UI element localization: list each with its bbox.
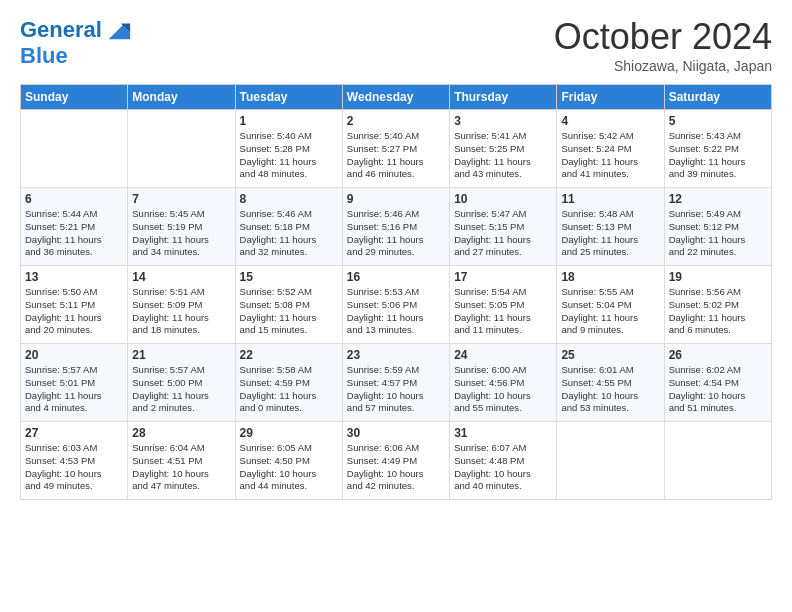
calendar-cell <box>21 110 128 188</box>
day-number: 20 <box>25 348 123 362</box>
calendar-cell: 4Sunrise: 5:42 AM Sunset: 5:24 PM Daylig… <box>557 110 664 188</box>
calendar-table: Sunday Monday Tuesday Wednesday Thursday… <box>20 84 772 500</box>
day-number: 11 <box>561 192 659 206</box>
calendar-cell: 21Sunrise: 5:57 AM Sunset: 5:00 PM Dayli… <box>128 344 235 422</box>
calendar-cell: 2Sunrise: 5:40 AM Sunset: 5:27 PM Daylig… <box>342 110 449 188</box>
calendar-cell <box>128 110 235 188</box>
calendar-cell: 6Sunrise: 5:44 AM Sunset: 5:21 PM Daylig… <box>21 188 128 266</box>
day-number: 8 <box>240 192 338 206</box>
day-info: Sunrise: 5:51 AM Sunset: 5:09 PM Dayligh… <box>132 286 230 337</box>
calendar-cell: 1Sunrise: 5:40 AM Sunset: 5:28 PM Daylig… <box>235 110 342 188</box>
calendar-cell: 11Sunrise: 5:48 AM Sunset: 5:13 PM Dayli… <box>557 188 664 266</box>
day-number: 4 <box>561 114 659 128</box>
day-info: Sunrise: 5:40 AM Sunset: 5:27 PM Dayligh… <box>347 130 445 181</box>
day-info: Sunrise: 5:40 AM Sunset: 5:28 PM Dayligh… <box>240 130 338 181</box>
day-info: Sunrise: 5:54 AM Sunset: 5:05 PM Dayligh… <box>454 286 552 337</box>
day-info: Sunrise: 6:05 AM Sunset: 4:50 PM Dayligh… <box>240 442 338 493</box>
header-row: Sunday Monday Tuesday Wednesday Thursday… <box>21 85 772 110</box>
day-info: Sunrise: 5:53 AM Sunset: 5:06 PM Dayligh… <box>347 286 445 337</box>
col-wednesday: Wednesday <box>342 85 449 110</box>
day-info: Sunrise: 6:00 AM Sunset: 4:56 PM Dayligh… <box>454 364 552 415</box>
calendar-cell: 25Sunrise: 6:01 AM Sunset: 4:55 PM Dayli… <box>557 344 664 422</box>
calendar-week-3: 13Sunrise: 5:50 AM Sunset: 5:11 PM Dayli… <box>21 266 772 344</box>
day-number: 9 <box>347 192 445 206</box>
col-thursday: Thursday <box>450 85 557 110</box>
day-number: 23 <box>347 348 445 362</box>
day-info: Sunrise: 5:56 AM Sunset: 5:02 PM Dayligh… <box>669 286 767 337</box>
logo-blue: Blue <box>20 44 132 68</box>
day-info: Sunrise: 5:48 AM Sunset: 5:13 PM Dayligh… <box>561 208 659 259</box>
day-info: Sunrise: 6:03 AM Sunset: 4:53 PM Dayligh… <box>25 442 123 493</box>
day-number: 21 <box>132 348 230 362</box>
day-number: 25 <box>561 348 659 362</box>
title-area: October 2024 Shiozawa, Niigata, Japan <box>554 16 772 74</box>
day-info: Sunrise: 5:52 AM Sunset: 5:08 PM Dayligh… <box>240 286 338 337</box>
calendar-cell: 30Sunrise: 6:06 AM Sunset: 4:49 PM Dayli… <box>342 422 449 500</box>
day-info: Sunrise: 5:46 AM Sunset: 5:18 PM Dayligh… <box>240 208 338 259</box>
day-number: 19 <box>669 270 767 284</box>
calendar-cell: 10Sunrise: 5:47 AM Sunset: 5:15 PM Dayli… <box>450 188 557 266</box>
logo-icon <box>104 16 132 44</box>
calendar-page: General Blue October 2024 Shiozawa, Niig… <box>0 0 792 612</box>
calendar-cell: 28Sunrise: 6:04 AM Sunset: 4:51 PM Dayli… <box>128 422 235 500</box>
calendar-cell: 7Sunrise: 5:45 AM Sunset: 5:19 PM Daylig… <box>128 188 235 266</box>
day-info: Sunrise: 5:44 AM Sunset: 5:21 PM Dayligh… <box>25 208 123 259</box>
col-monday: Monday <box>128 85 235 110</box>
day-number: 14 <box>132 270 230 284</box>
calendar-cell: 20Sunrise: 5:57 AM Sunset: 5:01 PM Dayli… <box>21 344 128 422</box>
logo-text: General <box>20 18 102 42</box>
col-saturday: Saturday <box>664 85 771 110</box>
calendar-week-5: 27Sunrise: 6:03 AM Sunset: 4:53 PM Dayli… <box>21 422 772 500</box>
header: General Blue October 2024 Shiozawa, Niig… <box>20 16 772 74</box>
day-info: Sunrise: 6:01 AM Sunset: 4:55 PM Dayligh… <box>561 364 659 415</box>
calendar-cell: 14Sunrise: 5:51 AM Sunset: 5:09 PM Dayli… <box>128 266 235 344</box>
calendar-body: 1Sunrise: 5:40 AM Sunset: 5:28 PM Daylig… <box>21 110 772 500</box>
calendar-cell: 29Sunrise: 6:05 AM Sunset: 4:50 PM Dayli… <box>235 422 342 500</box>
calendar-cell <box>664 422 771 500</box>
calendar-cell: 3Sunrise: 5:41 AM Sunset: 5:25 PM Daylig… <box>450 110 557 188</box>
calendar-week-1: 1Sunrise: 5:40 AM Sunset: 5:28 PM Daylig… <box>21 110 772 188</box>
day-number: 12 <box>669 192 767 206</box>
day-number: 13 <box>25 270 123 284</box>
calendar-cell: 24Sunrise: 6:00 AM Sunset: 4:56 PM Dayli… <box>450 344 557 422</box>
day-number: 28 <box>132 426 230 440</box>
day-info: Sunrise: 5:58 AM Sunset: 4:59 PM Dayligh… <box>240 364 338 415</box>
day-info: Sunrise: 5:43 AM Sunset: 5:22 PM Dayligh… <box>669 130 767 181</box>
calendar-cell: 8Sunrise: 5:46 AM Sunset: 5:18 PM Daylig… <box>235 188 342 266</box>
col-sunday: Sunday <box>21 85 128 110</box>
calendar-cell <box>557 422 664 500</box>
day-info: Sunrise: 6:04 AM Sunset: 4:51 PM Dayligh… <box>132 442 230 493</box>
day-number: 27 <box>25 426 123 440</box>
day-info: Sunrise: 6:07 AM Sunset: 4:48 PM Dayligh… <box>454 442 552 493</box>
calendar-header: Sunday Monday Tuesday Wednesday Thursday… <box>21 85 772 110</box>
day-number: 15 <box>240 270 338 284</box>
day-info: Sunrise: 6:06 AM Sunset: 4:49 PM Dayligh… <box>347 442 445 493</box>
calendar-cell: 15Sunrise: 5:52 AM Sunset: 5:08 PM Dayli… <box>235 266 342 344</box>
day-number: 6 <box>25 192 123 206</box>
calendar-cell: 31Sunrise: 6:07 AM Sunset: 4:48 PM Dayli… <box>450 422 557 500</box>
day-number: 3 <box>454 114 552 128</box>
day-number: 16 <box>347 270 445 284</box>
day-info: Sunrise: 5:49 AM Sunset: 5:12 PM Dayligh… <box>669 208 767 259</box>
day-number: 26 <box>669 348 767 362</box>
day-info: Sunrise: 5:45 AM Sunset: 5:19 PM Dayligh… <box>132 208 230 259</box>
day-info: Sunrise: 5:57 AM Sunset: 5:01 PM Dayligh… <box>25 364 123 415</box>
day-number: 10 <box>454 192 552 206</box>
calendar-cell: 26Sunrise: 6:02 AM Sunset: 4:54 PM Dayli… <box>664 344 771 422</box>
day-info: Sunrise: 5:47 AM Sunset: 5:15 PM Dayligh… <box>454 208 552 259</box>
calendar-cell: 27Sunrise: 6:03 AM Sunset: 4:53 PM Dayli… <box>21 422 128 500</box>
calendar-week-2: 6Sunrise: 5:44 AM Sunset: 5:21 PM Daylig… <box>21 188 772 266</box>
calendar-cell: 23Sunrise: 5:59 AM Sunset: 4:57 PM Dayli… <box>342 344 449 422</box>
day-info: Sunrise: 5:41 AM Sunset: 5:25 PM Dayligh… <box>454 130 552 181</box>
calendar-cell: 12Sunrise: 5:49 AM Sunset: 5:12 PM Dayli… <box>664 188 771 266</box>
day-number: 1 <box>240 114 338 128</box>
calendar-cell: 13Sunrise: 5:50 AM Sunset: 5:11 PM Dayli… <box>21 266 128 344</box>
day-number: 29 <box>240 426 338 440</box>
calendar-cell: 18Sunrise: 5:55 AM Sunset: 5:04 PM Dayli… <box>557 266 664 344</box>
calendar-cell: 19Sunrise: 5:56 AM Sunset: 5:02 PM Dayli… <box>664 266 771 344</box>
day-info: Sunrise: 5:57 AM Sunset: 5:00 PM Dayligh… <box>132 364 230 415</box>
calendar-week-4: 20Sunrise: 5:57 AM Sunset: 5:01 PM Dayli… <box>21 344 772 422</box>
calendar-cell: 5Sunrise: 5:43 AM Sunset: 5:22 PM Daylig… <box>664 110 771 188</box>
day-number: 22 <box>240 348 338 362</box>
day-number: 2 <box>347 114 445 128</box>
